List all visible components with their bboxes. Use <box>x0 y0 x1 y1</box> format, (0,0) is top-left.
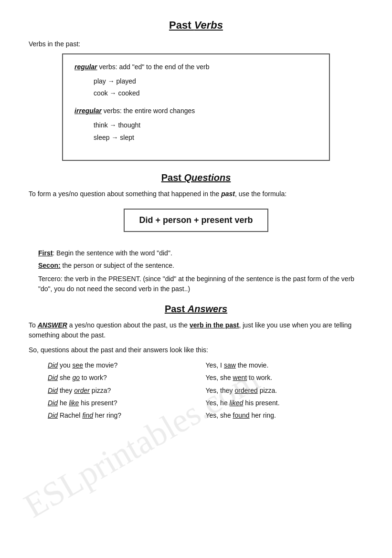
title-prefix: Past <box>169 19 194 31</box>
qa-row-5: Did Rachel find her ring? Yes, she found… <box>48 410 363 421</box>
qa-row-2: Did she go to work? Yes, she went to wor… <box>48 372 363 383</box>
did-4: Did <box>48 399 58 407</box>
step1: First: Begin the sentence with the word … <box>38 249 363 257</box>
did-3: Did <box>48 387 58 394</box>
step3-label: Tercero: <box>38 275 63 283</box>
irregular-examples: think → thought sleep → slept <box>94 119 318 143</box>
did-1: Did <box>48 361 58 369</box>
verb-a1: saw <box>224 361 236 369</box>
answers-section-title: Past Answers <box>29 304 363 315</box>
verbs-intro: Verbs in the past: <box>29 40 363 48</box>
question-5: Did Rachel find her ring? <box>48 410 206 421</box>
answers-intro2: So, questions about the past and their a… <box>29 345 363 355</box>
questions-title-prefix: Past <box>161 172 184 183</box>
step1-label: First <box>38 249 53 257</box>
answer-word: ANSWER <box>38 321 67 329</box>
step2: Secon: the person or subject of the sent… <box>38 262 363 269</box>
question-3: Did they order pizza? <box>48 385 206 396</box>
past-emphasis: past <box>221 190 235 198</box>
qa-row-3: Did they order pizza? Yes, they ordered … <box>48 385 363 396</box>
irregular-example-1: think → thought <box>94 119 318 131</box>
verb-a2: went <box>233 374 247 381</box>
formula-wrapper: Did + person + present verb <box>29 204 363 241</box>
qa-table: Did you see the movie? Yes, I saw the mo… <box>48 360 363 421</box>
step2-label: Secon: <box>38 262 61 269</box>
answers-title-prefix: Past <box>165 304 188 314</box>
answer-1: Yes, I saw the movie. <box>206 360 364 370</box>
verb-q5: find <box>82 411 93 419</box>
did-2: Did <box>48 374 58 381</box>
regular-rule: regular verbs: add "ed" to the end of th… <box>74 63 318 71</box>
step3: Tercero: the verb in the PRESENT. (since… <box>38 274 363 294</box>
question-1: Did you see the movie? <box>48 360 206 370</box>
answer-3: Yes, they ordered pizza. <box>206 385 364 396</box>
verb-q1: see <box>72 361 83 369</box>
step3-text: the verb in the PRESENT. (since "did" at… <box>38 275 354 293</box>
question-4: Did he like his present? <box>48 398 206 408</box>
regular-examples: play → played cook → cooked <box>94 75 318 99</box>
step1-text: : Begin the sentence with the word "did"… <box>53 249 172 257</box>
answer-4: Yes, he liked his present. <box>206 398 364 408</box>
regular-label: regular <box>74 63 97 71</box>
qa-row-4: Did he like his present? Yes, he liked h… <box>48 398 363 408</box>
irregular-text: verbs: the entire word changes <box>102 107 195 115</box>
step2-text: the person or subject of the sentence. <box>61 262 174 269</box>
questions-intro: To form a yes/no question about somethin… <box>29 189 363 199</box>
page-title: Past Verbs <box>29 19 363 32</box>
regular-text: verbs: add "ed" to the end of the verb <box>97 63 210 71</box>
verb-a3: ordered <box>234 387 257 394</box>
questions-section-title: Past Questions <box>29 172 363 183</box>
question-2: Did she go to work? <box>48 372 206 383</box>
irregular-label: irregular <box>74 107 102 115</box>
verb-a5: found <box>233 411 250 419</box>
questions-title-italic: Questions <box>184 172 231 183</box>
formula-box: Did + person + present verb <box>124 209 268 232</box>
regular-example-2: cook → cooked <box>94 87 318 99</box>
verb-q3: order <box>74 387 90 394</box>
answer-2: Yes, she went to work. <box>206 372 364 383</box>
verb-q2: go <box>72 374 80 381</box>
qa-row-1: Did you see the movie? Yes, I saw the mo… <box>48 360 363 370</box>
verb-phrase: verb in the past <box>190 321 239 329</box>
did-5: Did <box>48 411 58 419</box>
irregular-rule: irregular verbs: the entire word changes <box>74 107 318 115</box>
verb-q4: like <box>69 399 79 407</box>
verb-a4: liked <box>230 399 244 407</box>
answers-intro-para: To ANSWER a yes/no question about the pa… <box>29 320 363 340</box>
verbs-info-box: regular verbs: add "ed" to the end of th… <box>62 53 330 161</box>
title-italic: Verbs <box>194 19 223 31</box>
irregular-example-2: sleep → slept <box>94 132 318 144</box>
answers-title-italic: Answers <box>188 304 227 314</box>
regular-example-1: play → played <box>94 75 318 87</box>
answer-5: Yes, she found her ring. <box>206 410 364 421</box>
